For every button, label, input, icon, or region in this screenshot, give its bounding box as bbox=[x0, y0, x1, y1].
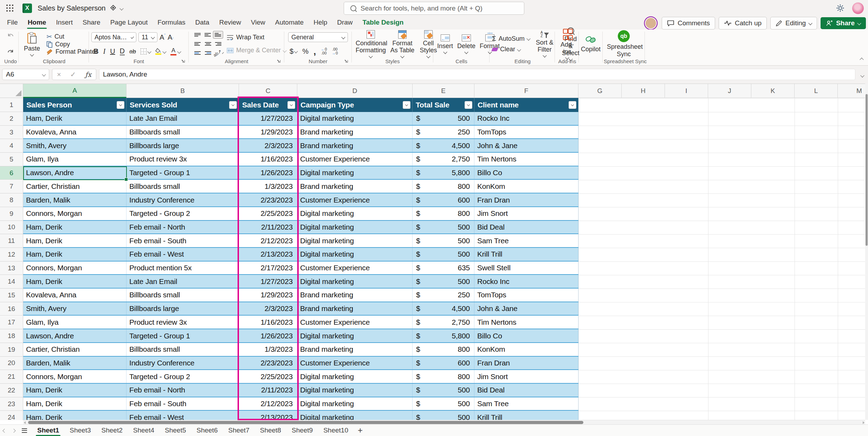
search-input[interactable]: Search for tools, help, and more (Alt + … bbox=[344, 2, 524, 15]
row-header-24[interactable]: 24 bbox=[0, 411, 23, 420]
grow-font-button[interactable]: Aˆ bbox=[160, 33, 166, 41]
tab-help[interactable]: Help bbox=[309, 16, 332, 29]
row-header-13[interactable]: 13 bbox=[0, 262, 23, 275]
filter-button-a[interactable] bbox=[117, 101, 124, 109]
cell-d4[interactable]: Brand marketing bbox=[297, 139, 413, 152]
cell-b5[interactable]: Product review 3x bbox=[127, 153, 239, 166]
cell-d5[interactable]: Customer Experience bbox=[297, 153, 413, 166]
cell-f8[interactable]: Fran Dran bbox=[474, 193, 578, 206]
comma-format-button[interactable]: , bbox=[313, 49, 316, 53]
paste-button[interactable]: Paste bbox=[22, 32, 42, 56]
tab-file[interactable]: File bbox=[2, 16, 23, 29]
cut-button[interactable]: ✂Cut bbox=[46, 33, 97, 41]
cell-a16[interactable]: Smith, Avery bbox=[23, 302, 127, 315]
cell-e14[interactable]: $500 bbox=[413, 275, 474, 288]
decrease-decimal-button[interactable]: .00→0 bbox=[332, 47, 338, 55]
presence-avatar[interactable] bbox=[646, 18, 656, 28]
cell-d10[interactable]: Digital marketing bbox=[297, 221, 413, 234]
merge-center-button[interactable]: Merge & Center bbox=[227, 47, 286, 54]
cell-a10[interactable]: Ham, Derik bbox=[23, 221, 127, 234]
table-header-total-sale[interactable]: Total Sale bbox=[413, 98, 474, 112]
cell-d8[interactable]: Customer Experience bbox=[297, 193, 413, 206]
app-launcher-icon[interactable] bbox=[6, 5, 13, 12]
strikethrough-button[interactable]: ab bbox=[129, 48, 136, 55]
row-header-20[interactable]: 20 bbox=[0, 357, 23, 370]
cell-a3[interactable]: Kovaleva, Anna bbox=[23, 126, 127, 139]
filter-button-d[interactable] bbox=[403, 101, 410, 109]
cell-b4[interactable]: Billboards large bbox=[127, 139, 239, 152]
autosum-button[interactable]: ΣAutoSum bbox=[492, 35, 530, 42]
row-header-11[interactable]: 11 bbox=[0, 234, 23, 248]
cell-b21[interactable]: Targeted - Group 2 bbox=[127, 370, 239, 383]
sort-filter-button[interactable]: AZ Sort & Filter bbox=[533, 31, 556, 57]
cell-e17[interactable]: $2,750 bbox=[413, 316, 474, 329]
cell-a17[interactable]: Glam, Ilya bbox=[23, 316, 127, 329]
cell-f18[interactable]: Billo Co bbox=[474, 329, 578, 342]
cell-b11[interactable]: Feb email - South bbox=[127, 234, 239, 247]
cell-c15[interactable]: 1/29/2023 bbox=[239, 289, 297, 302]
cell-c10[interactable]: 2/11/2023 bbox=[239, 221, 297, 234]
cell-f14[interactable]: Rocko Inc bbox=[474, 275, 578, 288]
sensitivity-label-icon[interactable] bbox=[110, 5, 117, 12]
sheet-tab-sheet9[interactable]: Sheet9 bbox=[286, 425, 318, 436]
cell-c24[interactable]: 2/13/2023 bbox=[239, 411, 297, 420]
cell-d22[interactable]: Digital marketing bbox=[297, 384, 413, 397]
cell-d18[interactable]: Digital marketing bbox=[297, 329, 413, 342]
text-orientation-button[interactable]: ab↗ bbox=[213, 49, 223, 57]
cell-d20[interactable]: Customer Experience bbox=[297, 357, 413, 370]
double-underline-button[interactable]: D bbox=[120, 47, 125, 55]
cell-b22[interactable]: Feb email - North bbox=[127, 384, 239, 397]
cell-f24[interactable]: Krill Trill bbox=[474, 411, 578, 420]
row-header-3[interactable]: 3 bbox=[0, 126, 23, 139]
undo-icon[interactable] bbox=[7, 32, 14, 39]
column-header-h[interactable]: H bbox=[622, 84, 665, 98]
editing-mode-button[interactable]: Editing bbox=[770, 17, 817, 29]
cell-b23[interactable]: Feb email - South bbox=[127, 397, 239, 410]
bold-button[interactable]: B bbox=[93, 47, 98, 55]
borders-button[interactable] bbox=[141, 48, 151, 54]
cell-d7[interactable]: Brand marketing bbox=[297, 180, 413, 193]
cell-f10[interactable]: Bid Deal bbox=[474, 221, 578, 234]
cell-a20[interactable]: Barden, Malik bbox=[23, 357, 127, 370]
cell-e7[interactable]: $800 bbox=[413, 180, 474, 193]
cell-a8[interactable]: Barden, Malik bbox=[23, 193, 127, 206]
cell-c6[interactable]: 1/26/2023 bbox=[239, 166, 297, 179]
sheet-tab-sheet4[interactable]: Sheet4 bbox=[128, 425, 160, 436]
row-header-12[interactable]: 12 bbox=[0, 248, 23, 262]
sheet-nav-next-icon[interactable] bbox=[9, 427, 18, 434]
table-header-campaign-type[interactable]: Campaign Type bbox=[297, 98, 413, 112]
sheet-tab-sheet2[interactable]: Sheet2 bbox=[96, 425, 128, 436]
align-center-button[interactable] bbox=[203, 40, 213, 48]
italic-button[interactable]: I bbox=[103, 47, 105, 55]
column-header-d[interactable]: D bbox=[297, 84, 413, 98]
cell-c20[interactable]: 2/23/2023 bbox=[239, 357, 297, 370]
table-header-sales-date[interactable]: Sales Date bbox=[239, 98, 297, 112]
cell-c11[interactable]: 2/12/2023 bbox=[239, 234, 297, 247]
cell-c14[interactable]: 1/27/2023 bbox=[239, 275, 297, 288]
tab-page-layout[interactable]: Page Layout bbox=[105, 16, 153, 29]
cell-a5[interactable]: Glam, Ilya bbox=[23, 153, 127, 166]
filter-button-f[interactable] bbox=[569, 101, 576, 109]
delete-cells-button[interactable]: ✕ Delete bbox=[455, 34, 478, 53]
cell-e15[interactable]: $250 bbox=[413, 289, 474, 302]
cell-f20[interactable]: Fran Dran bbox=[474, 357, 578, 370]
cell-d19[interactable]: Brand marketing bbox=[297, 343, 413, 356]
column-header-f[interactable]: F bbox=[474, 84, 578, 98]
row-header-23[interactable]: 23 bbox=[0, 397, 23, 411]
cell-a7[interactable]: Cartier, Christian bbox=[23, 180, 127, 193]
cancel-entry-icon[interactable]: × bbox=[57, 71, 61, 79]
align-top-button[interactable] bbox=[193, 31, 203, 39]
format-painter-button[interactable]: Format Painter bbox=[46, 48, 97, 55]
cell-e21[interactable]: $800 bbox=[413, 370, 474, 383]
filter-button-b[interactable] bbox=[229, 101, 237, 109]
cell-b18[interactable]: Targeted - Group 1 bbox=[127, 329, 239, 342]
cell-a9[interactable]: Connors, Morgan bbox=[23, 207, 127, 220]
cell-c22[interactable]: 2/11/2023 bbox=[239, 384, 297, 397]
row-header-9[interactable]: 9 bbox=[0, 207, 23, 221]
cell-b13[interactable]: Product mention 5x bbox=[127, 262, 239, 275]
cell-c12[interactable]: 2/13/2023 bbox=[239, 248, 297, 261]
row-header-17[interactable]: 17 bbox=[0, 316, 23, 330]
sheet-nav-prev-icon[interactable] bbox=[0, 427, 9, 434]
row-header-8[interactable]: 8 bbox=[0, 193, 23, 207]
cell-f3[interactable]: TomTops bbox=[474, 126, 578, 139]
